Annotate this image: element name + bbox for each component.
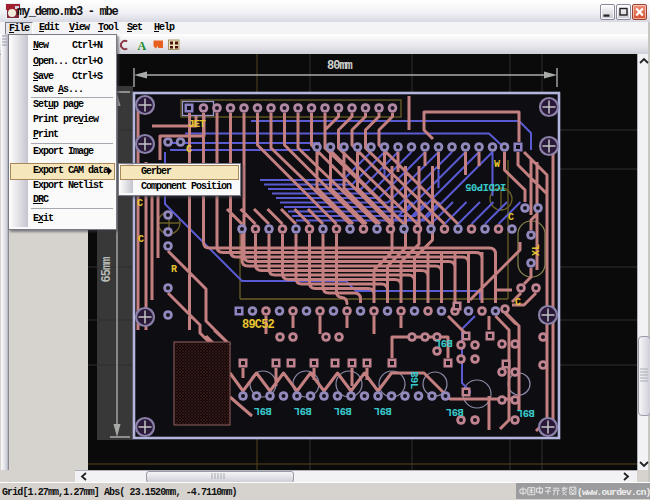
svg-text:B9L: B9L	[334, 405, 352, 417]
svg-text:80mm: 80mm	[327, 59, 353, 73]
svg-text:B9L: B9L	[446, 406, 464, 418]
svg-text:XL: XL	[531, 244, 542, 256]
svg-text:C: C	[137, 198, 143, 209]
svg-text:R: R	[171, 264, 177, 275]
svg-text:C: C	[138, 234, 144, 245]
svg-text:W: W	[494, 159, 500, 170]
svg-text:B9L: B9L	[374, 405, 392, 417]
svg-text:C: C	[515, 297, 521, 308]
svg-text:C: C	[186, 144, 192, 155]
svg-text:B9L: B9L	[254, 405, 272, 417]
svg-text:B9L: B9L	[517, 407, 535, 419]
svg-text:65mm: 65mm	[100, 257, 114, 283]
svg-text:89C52: 89C52	[242, 318, 275, 332]
svg-text:B9L: B9L	[435, 337, 453, 349]
svg-text:(www.ourdev.cn): (www.ourdev.cn)	[577, 487, 650, 498]
svg-text:C: C	[508, 212, 514, 223]
svg-text:B9L: B9L	[294, 405, 312, 417]
svg-text:ICDIP05: ICDIP05	[465, 181, 506, 193]
svg-text:A: A	[138, 39, 147, 53]
svg-text:B9L: B9L	[408, 371, 420, 389]
svg-text:JET: JET	[188, 118, 206, 130]
